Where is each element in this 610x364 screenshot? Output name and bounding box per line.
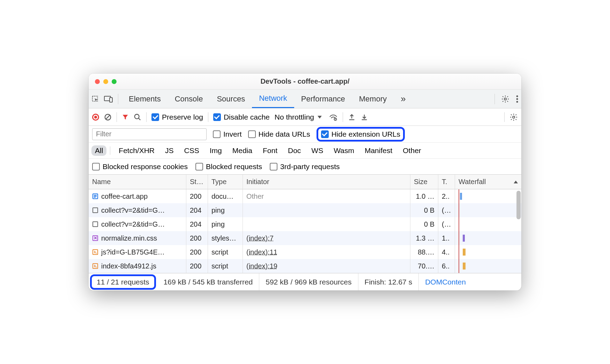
request-type: docu… [208,189,243,203]
blocked-cookies-checkbox[interactable]: Blocked response cookies [92,162,188,171]
tab-list: Elements Console Sources Network Perform… [122,90,413,108]
third-party-checkbox[interactable]: 3rd-party requests [270,162,340,171]
type-filter-wasm[interactable]: Wasm [330,145,358,156]
request-size: 1.0 … [410,189,438,203]
svg-rect-18 [93,222,98,227]
checkbox-icon [213,113,221,121]
minimize-window-button[interactable] [103,79,108,84]
request-size: 70.… [410,259,438,273]
network-settings-icon[interactable] [509,113,518,121]
table-row[interactable]: index-8bfa4912.js 200 script (index):19 … [89,259,521,273]
svg-line-8 [106,115,110,119]
checkbox-icon [151,113,159,121]
file-type-icon [92,263,98,269]
initiator-link[interactable]: (index):19 [246,262,277,270]
maximize-window-button[interactable] [112,79,117,84]
request-status: 200 [186,189,208,203]
settings-icon[interactable] [501,95,509,103]
col-time[interactable]: T. [438,175,455,189]
request-name: index-8bfa4912.js [101,262,156,270]
type-filter-font[interactable]: Font [259,145,281,156]
request-time: 1.. [438,231,455,245]
status-finish: Finish: 12.67 s [358,273,419,290]
requests-table-header: Name St… Type Initiator Size T. Waterfal… [89,175,521,189]
blocked-requests-checkbox[interactable]: Blocked requests [195,162,262,171]
preserve-log-checkbox[interactable]: Preserve log [151,113,203,121]
request-initiator: (index):7 [243,231,410,245]
request-waterfall [455,231,521,245]
export-har-icon[interactable] [360,113,368,121]
record-button[interactable] [92,114,99,121]
col-initiator[interactable]: Initiator [243,175,410,189]
request-type: script [208,245,243,259]
table-row[interactable]: collect?v=2&tid=G… 204 ping 0 B (… [89,217,521,231]
request-status: 204 [186,203,208,217]
type-filter-img[interactable]: Img [206,145,225,156]
type-filter-media[interactable]: Media [229,145,256,156]
tabs-overflow[interactable]: » [394,90,412,108]
disable-cache-checkbox[interactable]: Disable cache [213,113,270,121]
tab-performance[interactable]: Performance [294,90,352,108]
window-controls [95,79,117,84]
device-toolbar-icon[interactable] [104,95,113,103]
inspect-icon[interactable] [91,95,99,103]
request-status: 200 [186,259,208,273]
col-type[interactable]: Type [208,175,243,189]
svg-point-9 [135,114,139,119]
initiator-link[interactable]: (index):11 [246,248,277,256]
request-status: 204 [186,217,208,231]
hide-data-urls-checkbox[interactable]: Hide data URLs [248,130,310,138]
table-row[interactable]: js?id=G-LB75G4E… 200 script (index):11 8… [89,245,521,259]
col-status[interactable]: St… [186,175,208,189]
devtools-window: DevTools - coffee-cart.app/ Elements Con… [89,74,521,290]
file-type-icon [92,249,98,255]
throttling-select[interactable]: No throttling [275,113,324,121]
request-type: script [208,259,243,273]
filter-icon[interactable] [122,114,129,121]
close-window-button[interactable] [95,79,100,84]
file-type-icon [92,193,98,199]
type-filter-other[interactable]: Other [399,145,425,156]
status-domcontent[interactable]: DOMConten [419,273,472,290]
table-row[interactable]: collect?v=2&tid=G… 204 ping 0 B (… [89,203,521,217]
type-filter-doc[interactable]: Doc [284,145,304,156]
invert-checkbox[interactable]: Invert [213,130,242,138]
checkbox-icon [248,130,256,138]
col-waterfall[interactable]: Waterfall [455,175,521,189]
more-icon[interactable] [516,95,519,103]
tab-network[interactable]: Network [252,90,294,108]
requests-table-body: coffee-cart.app 200 docu… Other 1.0 … 2.… [89,189,521,273]
table-row[interactable]: normalize.min.css 200 styles… (index):7 … [89,231,521,245]
type-filter-manifest[interactable]: Manifest [361,145,396,156]
search-icon[interactable] [134,113,141,121]
initiator-link[interactable]: (index):7 [246,234,274,242]
resource-type-filters: All Fetch/XHR JS CSS Img Media Font Doc … [89,143,521,159]
import-har-icon[interactable] [348,113,356,121]
col-name[interactable]: Name [89,175,186,189]
hide-extension-urls-checkbox[interactable]: Hide extension URLs [321,130,400,138]
request-name: normalize.min.css [101,234,157,242]
type-filter-all[interactable]: All [91,145,106,156]
svg-point-3 [504,98,506,100]
filter-input[interactable] [92,128,207,140]
type-filter-js[interactable]: JS [162,145,177,156]
file-type-icon [92,235,98,241]
network-conditions-icon[interactable] [329,113,338,121]
request-name: js?id=G-LB75G4E… [101,248,165,256]
hide-extension-urls-highlight: Hide extension URLs [317,127,405,142]
file-type-icon [92,207,98,213]
request-name: collect?v=2&tid=G… [101,220,165,228]
tab-memory[interactable]: Memory [352,90,394,108]
checkbox-icon [92,163,100,170]
type-filter-ws[interactable]: WS [308,145,327,156]
table-row[interactable]: coffee-cart.app 200 docu… Other 1.0 … 2.… [89,189,521,203]
clear-icon[interactable] [104,113,112,121]
type-filter-css[interactable]: CSS [181,145,203,156]
type-filter-fetch[interactable]: Fetch/XHR [115,145,158,156]
request-initiator: Other [243,189,410,203]
chevron-down-icon [318,116,322,119]
tab-sources[interactable]: Sources [210,90,252,108]
tab-console[interactable]: Console [168,90,210,108]
col-size[interactable]: Size [410,175,438,189]
tab-elements[interactable]: Elements [122,90,168,108]
